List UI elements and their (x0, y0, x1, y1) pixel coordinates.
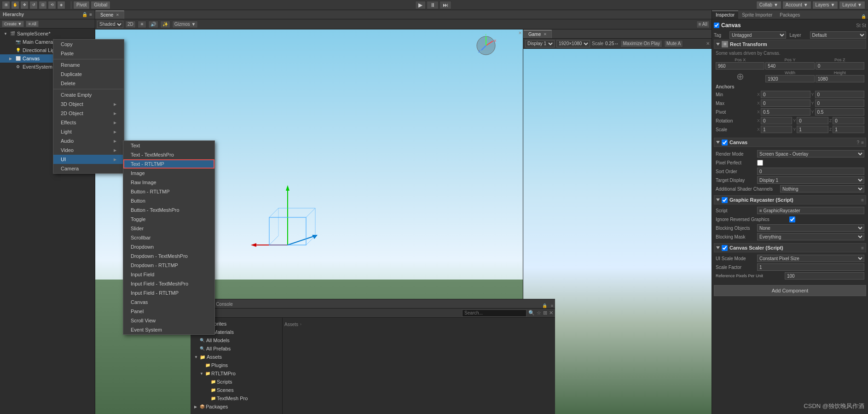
ctx-ui-text-tmp[interactable]: Text - TextMeshPro (123, 150, 214, 159)
game-tab[interactable]: Game ✕ (523, 30, 552, 38)
ctx-3d-object[interactable]: 3D Object ▶ (53, 99, 124, 109)
layout-button[interactable]: Layout ▼ (839, 1, 865, 9)
ctx-ui-toggle[interactable]: Toggle (123, 215, 214, 224)
rot-z-val[interactable]: 0 (833, 117, 864, 124)
canvas-component-header[interactable]: Canvas ? ≡ (714, 138, 866, 147)
rect-transform-header[interactable]: ⊞ Rect Transform (714, 40, 866, 49)
global-button[interactable]: Global (91, 1, 110, 9)
gr-menu[interactable]: ≡ (861, 198, 864, 203)
object-enabled-checkbox[interactable] (714, 23, 719, 28)
pause-button[interactable]: ⏸ (427, 1, 439, 9)
canvas-comp-menu[interactable]: ≡ (861, 140, 864, 145)
search-icon[interactable]: 🔍 (528, 310, 535, 316)
ctx-ui-image[interactable]: Image (123, 169, 214, 178)
tree-textmeshpro[interactable]: 📁 TextMesh Pro (191, 394, 282, 402)
play-button[interactable]: ▶ (415, 1, 426, 9)
collab-button[interactable]: Collab ▼ (756, 1, 781, 9)
render-mode-select[interactable]: Screen Space - Overlay (757, 150, 864, 157)
rot-y-val[interactable]: 0 (797, 117, 828, 124)
pos-y-value[interactable]: 540 (765, 62, 814, 70)
bottom-menu[interactable]: ≡ (549, 303, 555, 308)
scale-z-val[interactable]: 1 (833, 126, 864, 133)
ctx-ui-scroll-view[interactable]: Scroll View (123, 316, 214, 325)
tree-all-models[interactable]: 🔍 All Models (191, 336, 282, 344)
ui-scale-select[interactable]: Constant Pixel Size (757, 255, 864, 262)
maximize-btn[interactable]: Maximize On Play (620, 40, 662, 47)
tree-all-prefabs[interactable]: 🔍 All Prefabs (191, 344, 282, 353)
toolbar-icon-4[interactable]: ↺ (29, 1, 38, 9)
ctx-light[interactable]: Light ▶ (53, 127, 124, 136)
graphic-raycaster-header[interactable]: Graphic Raycaster (Script) ≡ (714, 195, 866, 204)
ctx-copy[interactable]: Copy (53, 40, 124, 49)
script-val[interactable]: ≡ GraphicRaycaster (757, 207, 864, 214)
project-close[interactable]: ✕ (549, 310, 553, 316)
inspector-lock[interactable]: 🔒 (859, 14, 868, 19)
effects-toggle[interactable]: ✨ (160, 21, 170, 28)
step-button[interactable]: ⏭ (440, 1, 451, 9)
ctx-video[interactable]: Video ▶ (53, 146, 124, 155)
console-tab[interactable]: Console (212, 300, 237, 308)
packages-tab[interactable]: Packages (776, 11, 804, 19)
ctx-ui-input[interactable]: Input Field (123, 270, 214, 279)
width-value[interactable]: 1920 (765, 75, 814, 82)
scale-y-val[interactable]: 1 (797, 126, 828, 133)
ctx-ui-scrollbar[interactable]: Scrollbar (123, 233, 214, 242)
pos-z-value[interactable]: 0 (816, 62, 864, 70)
pixel-perfect-checkbox[interactable] (757, 160, 763, 166)
pivot-button[interactable]: Pivot (73, 1, 90, 9)
canvas-comp-checkbox[interactable] (722, 140, 728, 146)
scale-x-val[interactable]: 1 (761, 126, 792, 133)
ref-pixels-val[interactable]: 100 (785, 272, 864, 280)
ctx-ui-slider[interactable]: Slider (123, 224, 214, 233)
toolbar-icon-2[interactable]: ✋ (11, 1, 19, 9)
ctx-ui-button-rtltmp[interactable]: Button - RTLTMP (123, 187, 214, 196)
height-value[interactable]: 1080 (816, 75, 864, 82)
additional-shader-select[interactable]: Nothing (780, 185, 864, 192)
ctx-create-empty[interactable]: Create Empty (53, 90, 124, 99)
layer-select[interactable]: Default (810, 31, 867, 39)
toolbar-icon-3[interactable]: ✥ (20, 1, 29, 9)
bottom-lock[interactable]: 🔒 (540, 303, 549, 308)
ctx-ui-text[interactable]: Text (123, 141, 214, 150)
ctx-2d-object[interactable]: 2D Object ▶ (53, 109, 124, 118)
ctx-rename[interactable]: Rename (53, 60, 124, 70)
project-options-1[interactable]: ☆ (537, 310, 541, 316)
max-x-val[interactable]: 0 (761, 99, 810, 107)
tree-scenes[interactable]: 📁 Scenes (191, 386, 282, 394)
tree-plugins[interactable]: 📁 Plugins (191, 361, 282, 369)
ctx-delete[interactable]: Delete (53, 79, 124, 88)
ctx-paste[interactable]: Paste (53, 49, 124, 58)
canvas-scaler-header[interactable]: Canvas Scaler (Script) ≡ (714, 243, 866, 252)
tag-select[interactable]: Untagged (729, 31, 786, 39)
tree-rtltmpro[interactable]: ▼ 📁 RTLTMPro (191, 369, 282, 378)
scene-close-btn[interactable]: ✕ (116, 13, 119, 17)
max-y-val[interactable]: 0 (815, 99, 864, 107)
gr-checkbox[interactable] (722, 197, 728, 203)
tree-item-samplescene[interactable]: ▼ 🎬 SampleScene* (0, 29, 95, 38)
project-search[interactable] (462, 309, 527, 317)
min-x-val[interactable]: 0 (761, 91, 810, 98)
assets-header[interactable]: ▼ 📁 Assets (191, 353, 282, 361)
blocking-objects-select[interactable]: None (757, 224, 864, 232)
ctx-audio[interactable]: Audio ▶ (53, 136, 124, 146)
ctx-duplicate[interactable]: Duplicate (53, 70, 124, 79)
min-y-val[interactable]: 0 (815, 91, 864, 98)
ctx-ui-button-tmp[interactable]: Button - TextMeshPro (123, 205, 214, 215)
pos-x-value[interactable]: 960 (716, 62, 764, 70)
gizmos-btn[interactable]: Gizmos ▼ (172, 21, 198, 28)
ctx-camera[interactable]: Camera (53, 164, 124, 173)
pivot-x-val[interactable]: 0.5 (761, 108, 810, 116)
ctx-ui-input-tmp[interactable]: Input Field - TextMeshPro (123, 279, 214, 288)
scene-tab[interactable]: Scene ✕ (95, 11, 124, 19)
packages-header[interactable]: ▶ 📦 Packages (191, 402, 282, 411)
ctx-ui-text-rtltmp[interactable]: Text - RTLTMP (123, 159, 214, 169)
cs-menu[interactable]: ≡ (861, 245, 864, 251)
mute-btn[interactable]: Mute A (664, 40, 683, 47)
ctx-ui-panel[interactable]: Panel (123, 307, 214, 316)
ctx-ui-raw-image[interactable]: Raw Image (123, 178, 214, 187)
ctx-ui-dropdown[interactable]: Dropdown (123, 242, 214, 251)
project-options-2[interactable]: ⊞ (543, 310, 547, 316)
shading-select[interactable]: Shaded (97, 21, 123, 28)
inspector-tab[interactable]: Inspector (712, 11, 738, 19)
rot-x-val[interactable]: 0 (761, 117, 792, 124)
